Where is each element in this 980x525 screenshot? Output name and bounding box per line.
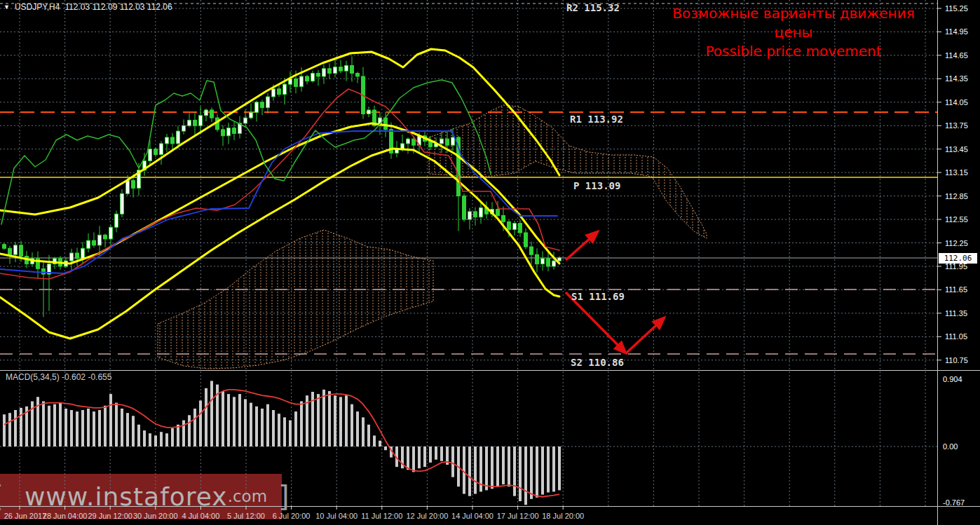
macd-tick-label: -0.767 [943,498,965,507]
price-tick-label: 114.35 [945,74,968,83]
price-tick-label: 114.65 [945,51,968,60]
price-tick-label: 112.25 [945,239,968,247]
date-tick-label: 14 Jul 04:00 [451,512,494,520]
date-tick-label: 5 Jul 12:00 [227,512,265,520]
price-tick-label: 111.65 [945,285,967,294]
price-tick-label: 111.05 [945,332,967,341]
price-tick-label: 113.75 [945,121,968,130]
date-tick-label: 18 Jul 20:00 [542,512,584,520]
chart-canvas[interactable]: 115.25114.95114.65114.35114.05113.75113.… [0,0,980,525]
price-tick-label: 114.95 [945,27,968,36]
date-tick-label: 29 Jun 12:00 [88,512,132,520]
price-tick-label: 112.85 [945,192,968,200]
price-tick-label: 110.75 [945,356,968,364]
price-tick-label: 113.45 [945,145,968,154]
price-tick-label: 114.05 [945,98,968,107]
date-tick-label: 28 Jun 04:00 [43,512,88,520]
price-tick-label: 113.15 [945,168,968,177]
price-tick-label: 115.25 [945,4,968,13]
date-tick-label: 4 Jul 04:00 [182,512,219,520]
trading-chart-window: 115.25114.95114.65114.35114.05113.75113.… [0,0,980,525]
price-tick-label: 111.35 [945,309,967,318]
date-tick-label: 30 Jun 20:00 [133,512,178,520]
date-tick-label: 17 Jul 12:00 [497,512,539,520]
macd-tick-label: 0.00 [943,442,958,451]
price-tick-label: 112.55 [945,215,968,224]
price-tick-label: 111.95 [945,262,967,271]
date-tick-label: 12 Jul 20:00 [406,512,448,520]
date-tick-label: 26 Jun 2017 [4,512,47,520]
macd-tick-label: 0.904 [943,375,962,383]
date-tick-label: 10 Jul 04:00 [315,512,358,520]
date-tick-label: 6 Jul 20:00 [273,512,311,520]
date-tick-label: 11 Jul 12:00 [361,512,402,520]
